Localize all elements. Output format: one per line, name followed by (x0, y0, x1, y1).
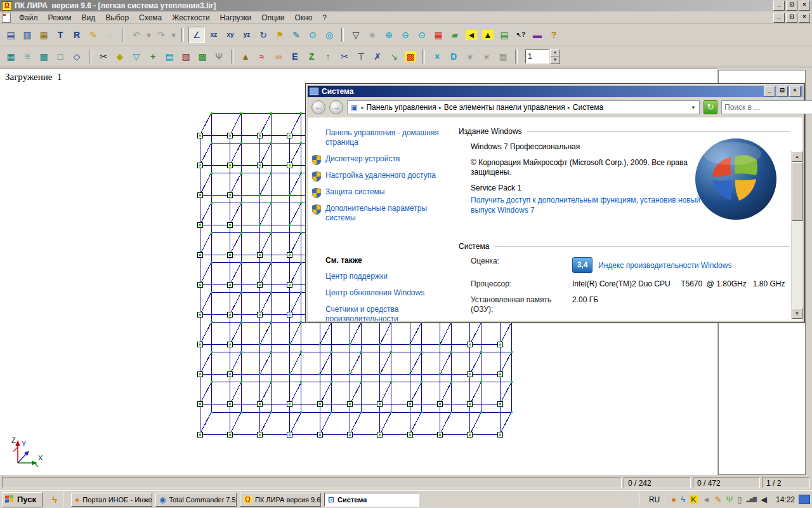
preview-icon[interactable]: R (69, 27, 84, 43)
nav-shield-link[interactable]: Защита системы (325, 187, 446, 197)
frame-gen-icon[interactable]: ▦ (3, 49, 18, 64)
load-chain-icon[interactable]: ∞ (271, 49, 286, 64)
menu-select[interactable]: Выбор (100, 12, 134, 23)
tray-alert-icon[interactable]: K (690, 495, 698, 504)
redo-more-icon[interactable]: ▾ (170, 27, 177, 43)
iso-view-icon[interactable]: ∠ (188, 27, 205, 43)
taskbar-lira-button[interactable]: ΩПК ЛИРА версия 9.6 - [... (240, 493, 321, 507)
menu-file[interactable]: Файл (14, 12, 43, 23)
cross-icon[interactable]: × (429, 49, 445, 64)
tray-wireless-icon[interactable]: Ψ (726, 495, 733, 504)
scrollbar[interactable]: ▲ ▼ (791, 151, 802, 319)
redo-icon[interactable]: ↷ (154, 27, 169, 43)
copy-scheme-icon[interactable]: ▧ (178, 49, 193, 64)
tower-icon[interactable]: ▲ (480, 27, 495, 43)
ribs-gen-icon[interactable]: ≡ (20, 49, 35, 64)
flower3-icon[interactable]: ▦ (495, 49, 511, 64)
undo-more-icon[interactable]: ▾ (145, 27, 152, 43)
flashlight-icon[interactable]: ◄ (464, 27, 479, 43)
edit-pen-icon[interactable]: ✎ (86, 27, 101, 43)
menu-loads[interactable]: Нагрузки (215, 12, 257, 23)
mdi-document-icon[interactable] (2, 13, 11, 23)
menu-options[interactable]: Опции (256, 12, 289, 23)
address-dropdown-icon[interactable]: ▼ (691, 105, 696, 110)
checker-icon[interactable]: ▩ (403, 49, 418, 64)
add-mesh-icon[interactable]: ▽ (129, 49, 144, 64)
spinner-down-icon[interactable]: ▼ (550, 57, 560, 64)
tray-hidden-icons-icon[interactable]: ◄ (702, 495, 710, 504)
docs-d-icon[interactable]: D (446, 49, 461, 64)
menu-window[interactable]: Окно (289, 12, 317, 23)
book-pen-icon[interactable]: ▤ (497, 27, 512, 43)
spinner-up-icon[interactable]: ▲ (550, 49, 560, 57)
flower2-icon[interactable]: ∗ (479, 49, 494, 64)
loadcase-number-input[interactable] (525, 50, 549, 64)
pack-new-icon[interactable]: ▤ (3, 27, 18, 43)
assemble-icon[interactable]: ◆ (112, 49, 128, 64)
plate-gen-icon[interactable]: ▩ (36, 49, 51, 64)
system-minimize-button[interactable]: _ (764, 86, 775, 97)
fragment-icon[interactable]: ▦ (431, 27, 446, 43)
taskbar-clock[interactable]: 14:22 (776, 495, 795, 504)
flower1-icon[interactable]: ∗ (462, 49, 478, 64)
load-el-icon[interactable]: E (287, 49, 303, 64)
load-node-icon[interactable]: ▲ (238, 49, 253, 64)
menu-scheme[interactable]: Схема (134, 12, 167, 23)
nav-shield-link[interactable]: Диспетчер устройств (325, 154, 446, 164)
tag-save-icon[interactable]: ▦ (36, 27, 51, 43)
back-button[interactable]: ← (311, 100, 325, 114)
add-node-icon[interactable]: + (145, 49, 160, 64)
upgrade-link[interactable]: Получить доступ к дополнительным функция… (471, 195, 718, 215)
star-icon[interactable]: ∗ (365, 27, 380, 43)
tray-volume-icon[interactable]: ◀ (761, 495, 767, 504)
taskbar-totalcmd-button[interactable]: ◉Total Commander 7.56a ... (155, 493, 237, 507)
zoom-in-icon[interactable]: ⊕ (381, 27, 396, 43)
rotate-icon[interactable]: ↻ (256, 27, 271, 43)
nav-home-link[interactable]: Панель управления - домашняя страница (325, 128, 446, 147)
taskbar-firefox-button[interactable]: ●Портал ИНОЕ - Инжене... (71, 493, 152, 507)
tray-power-icon[interactable]: ϟ (681, 495, 685, 504)
see-also-link[interactable]: Центр обновления Windows (325, 288, 446, 298)
start-button[interactable]: Пуск (2, 492, 43, 507)
breadcrumb-segment[interactable]: Панель управления (366, 103, 436, 112)
system-maximize-button[interactable]: ⊡ (776, 86, 788, 97)
zoom-icon[interactable]: ⊙ (305, 27, 320, 43)
see-also-link[interactable]: Центр поддержки (325, 272, 446, 281)
search-input[interactable] (722, 103, 812, 112)
zoom-world-icon[interactable]: ◎ (322, 27, 337, 43)
menu-help[interactable]: ? (317, 12, 332, 23)
shell-gen-icon[interactable]: □ (53, 49, 68, 64)
minimize-button[interactable]: _ (773, 1, 785, 11)
breadcrumb[interactable]: ▣ ▸Панель управления▸Все элементы панели… (347, 100, 700, 114)
yz-view-icon[interactable]: yz (239, 27, 254, 43)
cut-icon[interactable]: ✂ (96, 49, 111, 64)
zoom-out-icon[interactable]: ⊖ (398, 27, 413, 43)
tray-antivirus-icon[interactable]: ● (671, 495, 676, 504)
menu-stiffness[interactable]: Жесткости (167, 12, 214, 23)
mdi-close-button[interactable]: × (799, 13, 810, 23)
menu-view[interactable]: Вид (77, 12, 101, 23)
solid-gen-icon[interactable]: ◇ (69, 49, 84, 64)
pan-hand-icon[interactable]: ◌ (102, 27, 117, 43)
quick-launch-icon[interactable]: ϟ (46, 492, 64, 507)
copy-fragment-icon[interactable]: ▤ (162, 49, 177, 64)
mdi-restore-button[interactable]: ⊡ (786, 13, 797, 23)
help-icon[interactable]: ? (546, 27, 561, 43)
help-book-icon[interactable]: ▬ (530, 27, 545, 43)
zoom-reset-icon[interactable]: ⊙ (414, 27, 429, 43)
tray-update-icon[interactable]: ✎ (715, 495, 722, 504)
wei-link[interactable]: Индекс производительности Windows (598, 261, 731, 270)
breadcrumb-segment[interactable]: Все элементы панели управления (444, 103, 565, 112)
taskbar-system-button[interactable]: ⊡Система (324, 493, 419, 507)
xz-view-icon[interactable]: xz (206, 27, 221, 43)
mdi-minimize-button[interactable]: _ (773, 13, 785, 23)
scroll-up-icon[interactable]: ▲ (792, 151, 802, 162)
brush-icon[interactable]: ▰ (447, 27, 462, 43)
support-icon[interactable]: ⊤ (353, 49, 369, 64)
nav-shield-link[interactable]: Настройка удаленного доступа (325, 171, 446, 180)
undo-icon[interactable]: ↶ (129, 27, 144, 43)
breadcrumb-segment[interactable]: Система (573, 103, 603, 112)
nav-shield-link[interactable]: Дополнительные параметры системы (325, 204, 446, 223)
context-help-icon[interactable]: ↖? (513, 27, 528, 43)
load-line-icon[interactable]: ≈ (254, 49, 270, 64)
